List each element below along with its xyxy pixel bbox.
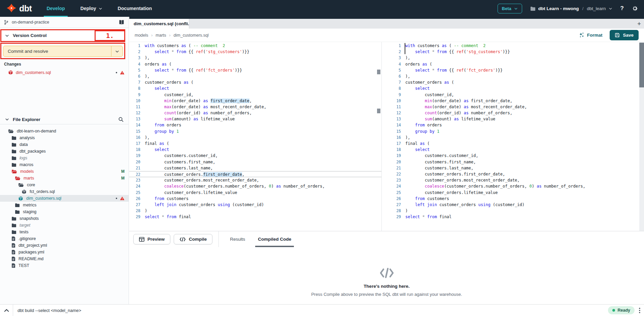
code-line[interactable]: 1with customers as ( -- comment 2 [129, 43, 381, 49]
code-line[interactable]: 16), [129, 134, 381, 141]
preview-button[interactable]: Preview [133, 234, 170, 244]
code-editor-right-pane[interactable]: 1with customers as ( -- comment 22 selec… [382, 42, 639, 231]
code-line[interactable]: 2 select * from {{ ref('stg_customers')}… [382, 49, 639, 55]
tree-item-dim-customers-sql[interactable]: dim_customers.sql [0, 195, 129, 202]
code-line[interactable]: 12 count(order_id) as number_of_orders, [129, 110, 381, 116]
tree-item-staging[interactable]: staging [0, 208, 129, 215]
code-line[interactable]: 14 from orders [129, 122, 381, 128]
code-line[interactable]: 26 from customers [382, 196, 639, 202]
code-line[interactable]: 15 group by 1 [382, 128, 639, 134]
search-icon[interactable] [118, 117, 124, 122]
code-line[interactable]: 10 min(order_date) as first_order_date, [382, 98, 639, 104]
code-line[interactable]: 11 max(order_date) as most_recent_order_… [129, 104, 381, 110]
commit-and-resolve-button[interactable]: Commit and resolve [3, 46, 123, 57]
nav-item-deploy[interactable]: Deploy [80, 0, 103, 17]
compile-button[interactable]: Compile [174, 234, 212, 244]
tree-item-models[interactable]: modelsM [0, 168, 129, 175]
tree-item-logs[interactable]: logs [0, 155, 129, 161]
kebab-menu-icon[interactable] [639, 308, 640, 313]
code-line[interactable]: 1with customers as ( -- comment 2 [382, 43, 639, 49]
code-line[interactable]: 5 select * from {{ ref('fct_orders')}} [382, 67, 639, 73]
code-line[interactable]: 17final as ( [129, 141, 381, 147]
beta-button[interactable]: Beta [498, 4, 522, 13]
code-line[interactable]: 22 customer_orders.first_order_date, [382, 171, 639, 177]
code-line[interactable]: 29select * from final [382, 214, 639, 220]
save-button[interactable]: Save [610, 30, 639, 40]
tree-item-readme-md[interactable]: README.md [0, 255, 129, 262]
code-line[interactable]: 9 customer_id, [382, 92, 639, 98]
code-line[interactable]: 28) [129, 208, 381, 214]
tree-item-marts[interactable]: martsM [0, 175, 129, 182]
tree-item-target[interactable]: target [0, 222, 129, 229]
nav-item-documentation[interactable]: Documentation [117, 0, 153, 17]
tab-dim-customers[interactable]: dim_customers.sql (confli... [129, 19, 189, 29]
scrollbar-mark[interactable] [377, 109, 380, 113]
tree-item-packages-yml[interactable]: packages.yml [0, 249, 129, 255]
code-line[interactable]: 27 left join customer_orders using (cust… [129, 202, 381, 208]
code-line[interactable]: 19 customers.customer_id, [129, 153, 381, 159]
code-line[interactable]: 29select * from final [129, 214, 381, 220]
code-line[interactable]: 24 coalesce(customer_orders.number_of_or… [382, 183, 639, 189]
tree-item-fct-orders-sql[interactable]: fct_orders.sql [0, 188, 129, 195]
breadcrumb-item[interactable]: dim_customers.sql [174, 33, 209, 38]
breadcrumb-item[interactable]: models [135, 33, 148, 38]
code-line[interactable]: 3), [129, 55, 381, 61]
code-line[interactable]: 28) [382, 208, 639, 214]
code-line[interactable]: 13 sum(amount) as lifetime_value [129, 116, 381, 122]
tree-item-macros[interactable]: macros [0, 161, 129, 168]
tree-item-dbt-project-yml[interactable]: dbt_project.yml [0, 242, 129, 249]
code-line[interactable]: 8 select [129, 85, 381, 91]
code-line[interactable]: 16), [382, 134, 639, 141]
code-line[interactable]: 21 customers.last_name, [382, 165, 639, 171]
code-line[interactable]: 10 min(order_date) as first_order_date, [129, 98, 381, 104]
tree-item-data[interactable]: data [0, 141, 129, 148]
code-line[interactable]: 4orders as ( [129, 61, 381, 67]
tree-item-dbt-learn-on-demand[interactable]: dbt-learn-on-demand [0, 128, 129, 134]
docs-book-icon[interactable] [118, 20, 125, 25]
gear-icon[interactable] [632, 5, 638, 11]
changed-file-row[interactable]: dim_customers.sql [0, 69, 129, 76]
code-line[interactable]: 22 customer_orders.first_order_date, [129, 171, 381, 177]
code-line[interactable]: 13 sum(amount) as lifetime_value [382, 116, 639, 122]
code-line[interactable]: 6), [129, 73, 381, 79]
breadcrumb-item[interactable]: marts [156, 33, 166, 38]
code-line[interactable]: 23 customer_orders.most_recent_order_dat… [382, 177, 639, 183]
code-line[interactable]: 12 count(order_id) as number_of_orders, [382, 110, 639, 116]
tree-item-core[interactable]: core [0, 182, 129, 188]
code-line[interactable]: 26 from customers [129, 196, 381, 202]
code-line[interactable]: 5 select * from {{ ref('fct_orders')}} [129, 67, 381, 73]
chevron-up-icon[interactable] [0, 309, 13, 312]
code-line[interactable]: 17final as ( [382, 141, 639, 147]
tree-item-snapshots[interactable]: snapshots [0, 215, 129, 222]
code-line[interactable]: 4orders as ( [382, 61, 639, 67]
project-selector[interactable]: dbt Learn - mwong / dbt_learn [530, 6, 612, 11]
code-line[interactable]: 15 group by 1 [129, 128, 381, 134]
code-line[interactable]: 9 customer_id, [129, 92, 381, 98]
code-line[interactable]: 8 select [382, 85, 639, 91]
scrollbar-mark[interactable] [377, 70, 380, 74]
file-explorer-header[interactable]: File Explorer [0, 115, 129, 124]
code-line[interactable]: 6), [382, 73, 639, 79]
code-line[interactable]: 7customer_orders as ( [129, 79, 381, 85]
tree-item-test[interactable]: TEST [0, 262, 129, 269]
tree-item-dbt-packages[interactable]: dbt_packages [0, 148, 129, 155]
code-line[interactable]: 21 customers.last_name, [129, 165, 381, 171]
code-line[interactable]: 18 select [129, 147, 381, 153]
code-line[interactable]: 18 select [382, 147, 639, 153]
nav-item-develop[interactable]: Develop [46, 0, 65, 17]
help-icon[interactable]: ? [620, 5, 624, 12]
code-line[interactable]: 20 customers.first_name, [382, 159, 639, 165]
git-branch-row[interactable]: on-demand-practice [0, 17, 129, 28]
code-editor-left-pane[interactable]: 1with customers as ( -- comment 22 selec… [129, 42, 381, 231]
scrollbar-thumb[interactable] [639, 43, 644, 87]
tab-compiled-code[interactable]: Compiled Code [258, 231, 291, 247]
code-line[interactable]: 11 max(order_date) as most_recent_order_… [382, 104, 639, 110]
scrollbar-track[interactable] [639, 42, 644, 231]
format-button[interactable]: Format [579, 32, 603, 38]
version-control-header[interactable]: Version Control [0, 29, 129, 42]
code-line[interactable]: 25 customer_orders.lifetime_value [129, 190, 381, 196]
code-line[interactable]: 3), [382, 55, 639, 61]
tab-results[interactable]: Results [230, 231, 245, 247]
tree-item--gitignore[interactable]: .gitignore [0, 235, 129, 242]
new-tab-button[interactable]: + [637, 20, 641, 28]
